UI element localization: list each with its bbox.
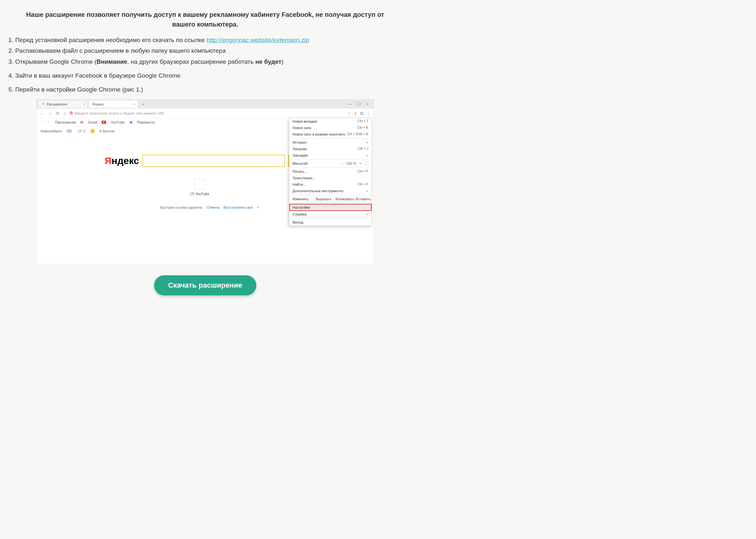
step-3c: ) (282, 58, 284, 65)
translate-label: Перевести (137, 120, 155, 124)
menu-bookmarks: Закладки▸ (289, 152, 372, 159)
step-4: 4. Зайти в ваш аккаунт Facebook в браузе… (8, 71, 402, 81)
reload-icon: ⟳ (56, 111, 59, 116)
apps-icon: ⋮⋮⋮ (40, 120, 50, 124)
temperature: −3° С (77, 129, 86, 133)
download-extension-button[interactable]: Скачать расширение (154, 275, 257, 295)
youtube-tile: (7) YouTube (190, 179, 210, 196)
menu-zoom: Масштаб −100 %+⛶ (289, 160, 372, 167)
city-label: Новосибирск (41, 129, 62, 133)
close-icon: × (257, 205, 259, 209)
url-field: Я Введите поисковый запрос в Яндекс или … (70, 111, 344, 116)
menu-edit: Изменить Вырезать Копировать Вставить (289, 196, 372, 202)
step-3b: , на других браузерах расширение работат… (127, 58, 255, 65)
menu-exit: Выход (289, 219, 372, 225)
menu-settings: Настройки (289, 204, 372, 211)
close-icon: × (134, 102, 135, 106)
menu-help: Справка▸ (289, 211, 372, 217)
zoom-in-icon: + (360, 161, 362, 165)
traffic-icon (90, 129, 95, 133)
browser-tabstrip: ✦ Расширения × Яндекс × + — ☐ × (37, 100, 374, 109)
ext-icon: ▮ (354, 111, 357, 116)
chevron-right-icon: ▸ (367, 154, 368, 157)
youtube-icon (197, 183, 202, 186)
yandex-icon: Я (70, 111, 73, 116)
url-placeholder: Введите поисковый запрос в Яндекс или ук… (74, 111, 164, 115)
menu-dots-icon: ⋮ (367, 111, 371, 116)
step-5: 5. Перейти в настройки Google Chrome (ри… (8, 84, 402, 95)
menu-cast: Трансляция... (289, 175, 372, 181)
youtube-icon (102, 121, 106, 124)
ext2-icon: ▤ (360, 111, 364, 116)
close-window-icon: × (366, 102, 369, 107)
new-tab-icon: + (139, 102, 146, 107)
step-3-attention: Внимание (96, 58, 127, 65)
forward-icon: → (48, 111, 52, 116)
chevron-right-icon: ▸ (367, 212, 368, 216)
address-bar: ← → ⟳ ⌂ Я Введите поисковый запрос в Янд… (37, 109, 374, 118)
menu-new-window: Новое окноCtrl + N (289, 124, 372, 131)
search-input (142, 155, 285, 167)
chevron-right-icon: ▸ (367, 189, 368, 193)
menu-paste: Вставить (355, 197, 372, 201)
step-1-text: 1. Перед установкой расширения необходим… (8, 37, 207, 43)
fullscreen-icon: ⛶ (365, 161, 368, 165)
tab-extensions: ✦ Расширения × (39, 101, 87, 108)
tab-yandex-label: Яндекс (92, 102, 104, 106)
apps-label: Приложения (55, 120, 76, 124)
step-1: 1. Перед установкой расширения необходим… (8, 35, 402, 45)
chrome-menu: Новая вкладкаCtrl + T Новое окноCtrl + N… (289, 118, 372, 226)
step-3: 3. Открываем Google Chrome (Внимание, на… (8, 57, 402, 67)
menu-cut: Вырезать (312, 197, 335, 201)
youtube-label: YouTube (111, 120, 125, 124)
menu-history: История▸ (289, 139, 372, 146)
page-heading: Наше расширение позволяет получить досту… (20, 10, 390, 29)
step-3a: 3. Открываем Google Chrome ( (8, 58, 96, 65)
tab-extensions-label: Расширения (46, 102, 67, 106)
maximize-icon: ☐ (357, 102, 361, 107)
menu-copy: Копировать (335, 197, 355, 201)
menu-tools: Дополнительные инструменты▸ (289, 188, 372, 194)
gmail-icon: M (80, 120, 83, 124)
weather-icon (66, 129, 72, 133)
menu-downloads: ЗагрузкиCtrl + J (289, 146, 372, 152)
yandex-logo: Яндекс (105, 155, 139, 166)
tab-yandex: Яндекс × (89, 101, 137, 108)
traffic-score: 6 баллов (99, 129, 114, 133)
star-icon: ☆ (348, 111, 351, 116)
chevron-right-icon: ▸ (367, 141, 368, 144)
back-icon: ← (40, 111, 44, 116)
undo-link: Отмена (207, 205, 219, 209)
gmail-label: Gmail (88, 120, 97, 124)
puzzle-icon: ✦ (42, 102, 45, 106)
zoom-out-icon: − (341, 161, 343, 165)
translate-icon: ▣ (129, 120, 133, 124)
menu-new-tab: Новая вкладкаCtrl + T (289, 118, 372, 124)
menu-print: Печать...Ctrl + P (289, 168, 372, 175)
step-2: 2. Распаковываем файл с расширением в лю… (8, 45, 402, 56)
window-controls: — ☐ × (348, 102, 372, 107)
download-link[interactable]: http://engonnac.website/extension.zip (207, 37, 309, 43)
quick-link-deleted: Быстрая ссылка удалена. Отмена Восстанов… (160, 205, 259, 209)
yandex-search: Яндекс Найти (105, 155, 317, 167)
close-icon: × (83, 102, 85, 106)
figure-1-screenshot: ✦ Расширения × Яндекс × + — ☐ × ← → ⟳ ⌂ … (36, 99, 374, 264)
youtube-tile-label: (7) YouTube (190, 192, 210, 196)
menu-incognito: Новое окно в режиме инкогнитоCtrl + Shif… (289, 131, 372, 137)
instruction-list: 1. Перед установкой расширения необходим… (8, 35, 402, 95)
menu-find: Найти...Ctrl + F (289, 181, 372, 188)
deleted-text: Быстрая ссылка удалена. (160, 205, 203, 209)
home-icon: ⌂ (63, 111, 66, 116)
restore-all-link: Восстановить все (223, 205, 253, 209)
step-3-not: не будет (255, 58, 282, 65)
minimize-icon: — (348, 102, 352, 107)
